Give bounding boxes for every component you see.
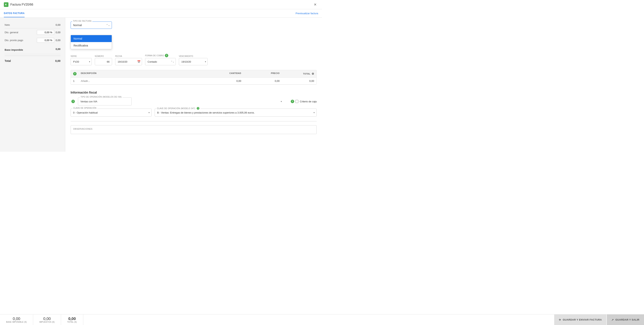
total-value: 0,00 (55, 59, 60, 63)
invoice-type-select-wrapper: Normal Rectificativa ⌃⌄ (70, 22, 112, 29)
forma-cobro-field: FORMA DE COBRO ? Contado ⌃⌄ (145, 54, 176, 65)
observaciones-label: OBSERVACIONES (73, 128, 314, 130)
dto-general-value: 0,00 (56, 31, 60, 34)
clave-modelo347-label: CLAVE DE OPERACIÓN (MODELO 347) (157, 107, 195, 110)
fecha-input[interactable] (115, 58, 142, 65)
serie-label: SERIE (70, 55, 92, 57)
neto-value: 0,00 (56, 24, 60, 26)
fiscal-tipo-operacion-row: ? TIPO DE OPERACIÓN (MODELOS DE IVA) Ven… (70, 97, 317, 105)
preview-link[interactable]: Previsualizar factura (296, 12, 318, 15)
row-description-cell (78, 78, 209, 84)
forma-cobro-select[interactable]: Contado (145, 58, 176, 65)
clave-operacion-field: CLAVE DE OPERACIÓN 0 - Operación habitua… (70, 109, 152, 117)
fiscal-claves-row: CLAVE DE OPERACIÓN 0 - Operación habitua… (70, 109, 317, 117)
forma-cobro-label: FORMA DE COBRO (145, 55, 164, 57)
clave-operacion-select[interactable]: 0 - Operación habitual (70, 109, 152, 117)
invoice-type-field: TIPO DE FACTURA Normal Rectificativa ⌃⌄ … (70, 22, 317, 29)
table-header: ? DESCRIPCIÓN CANTIDAD PRECIO TOTAL ⚙ (71, 70, 316, 78)
serie-field: SERIE FV20 ▾ (70, 55, 92, 65)
page-title: Factura FV20/66 (10, 3, 33, 6)
table-row: 1 0,00 0,00 0,00 (71, 78, 316, 85)
vencimiento-label: VENCIMIENTO (179, 55, 208, 57)
dto-pronto-input[interactable] (37, 38, 54, 43)
right-panel: TIPO DE FACTURA Normal Rectificativa ⌃⌄ … (65, 18, 322, 152)
vencimiento-select[interactable]: 19/10/20 (179, 58, 208, 65)
title-bar: ✕ Factura FV20/66 ✕ (0, 0, 322, 9)
neto-label: Neto (4, 24, 10, 26)
col-header-help: ? (71, 70, 78, 77)
total-label: Total (4, 59, 11, 63)
close-button[interactable]: ✕ (312, 2, 318, 8)
col-header-descripcion: DESCRIPCIÓN (78, 70, 209, 77)
fecha-field: FECHA 📅 (115, 55, 142, 65)
invoice-details-row: SERIE FV20 ▾ NÚMERO FECHA 📅 (70, 54, 317, 65)
tab-datos-factura[interactable]: DATOS FACTURA (4, 10, 24, 17)
dto-pronto-value: 0,00 (56, 39, 60, 42)
base-imponible-row: Base imponible 0,00 (4, 44, 60, 54)
tab-bar: DATOS FACTURA Previsualizar factura (0, 9, 322, 18)
dropdown-item-rectificativa[interactable]: Rectificativa (71, 42, 112, 49)
main-content: Neto 0,00 Dto. general 0,00 Dto. pronto … (0, 18, 322, 152)
dto-pronto-label: Dto. pronto pago (4, 39, 23, 42)
dto-general-input[interactable] (37, 30, 54, 35)
tipo-operacion-label: TIPO DE OPERACIÓN (MODELOS DE IVA) (80, 96, 122, 98)
left-panel: Neto 0,00 Dto. general 0,00 Dto. pronto … (0, 18, 65, 152)
base-imponible-label: Base imponible (4, 46, 23, 52)
clave-modelo347-select[interactable]: B - Ventas: Entregas de bienes y prestac… (155, 109, 317, 117)
dto-general-row: Dto. general 0,00 (4, 29, 60, 36)
invoice-type-dropdown: Normal Rectificativa (70, 35, 112, 49)
invoice-type-select[interactable]: Normal Rectificativa (70, 22, 112, 29)
numero-label: NÚMERO (95, 55, 112, 57)
numero-field: NÚMERO (95, 55, 112, 65)
clave-modelo347-field: CLAVE DE OPERACIÓN (MODELO 347) ? B - Ve… (155, 109, 317, 117)
forma-cobro-help-icon[interactable]: ? (165, 54, 168, 57)
separator (70, 121, 317, 121)
fiscal-title: Información fiscal (70, 91, 317, 94)
line-items-table: ? DESCRIPCIÓN CANTIDAD PRECIO TOTAL ⚙ 1 (70, 70, 317, 85)
fiscal-section: Información fiscal ? TIPO DE OPERACIÓN (… (70, 91, 317, 117)
dropdown-item-normal[interactable]: Normal (71, 35, 112, 42)
svg-text:✕: ✕ (4, 3, 7, 6)
vencimiento-field: VENCIMIENTO 19/10/20 ▾ (179, 55, 208, 65)
criterio-caja-help-icon[interactable]: ? (291, 100, 294, 103)
col-header-cantidad: CANTIDAD (209, 70, 244, 77)
tipo-operacion-help-icon[interactable]: ? (72, 100, 75, 103)
tipo-operacion-chevron-icon: ▾ (281, 100, 282, 103)
criterio-caja-label: Criterio de caja (295, 100, 317, 103)
row-description-input[interactable] (81, 80, 207, 82)
tipo-operacion-select[interactable]: Ventas con IVA (78, 97, 132, 105)
base-imponible-value: 0,00 (56, 48, 60, 51)
dto-pronto-row: Dto. pronto pago 0,00 (4, 36, 60, 44)
fecha-label: FECHA (115, 55, 142, 57)
row-cantidad: 0,00 (209, 78, 244, 84)
col-header-total: TOTAL ⚙ (282, 70, 316, 77)
numero-input[interactable] (95, 58, 112, 65)
table-help-icon[interactable]: ? (73, 72, 76, 76)
neto-row: Neto 0,00 (4, 22, 60, 29)
title-bar-left: ✕ Factura FV20/66 (4, 2, 33, 7)
row-precio: 0,00 (244, 78, 282, 84)
row-total: 0,00 (282, 78, 316, 84)
row-num: 1 (71, 78, 78, 84)
col-header-precio: PRECIO (244, 70, 282, 77)
observaciones-section: OBSERVACIONES (70, 125, 317, 134)
dto-general-label: Dto. general (4, 31, 18, 34)
clave-operacion-label: CLAVE DE OPERACIÓN (72, 107, 97, 109)
table-gear-icon[interactable]: ⚙ (312, 72, 314, 75)
criterio-caja-checkbox[interactable] (295, 100, 298, 103)
serie-select[interactable]: FV20 (70, 58, 92, 65)
clave-modelo347-help-icon[interactable]: ? (197, 107, 200, 110)
total-row: Total 0,00 (4, 58, 60, 64)
app-logo-icon: ✕ (4, 2, 8, 7)
tipo-operacion-field: TIPO DE OPERACIÓN (MODELOS DE IVA) Venta… (78, 97, 284, 105)
invoice-type-label: TIPO DE FACTURA (72, 20, 92, 22)
